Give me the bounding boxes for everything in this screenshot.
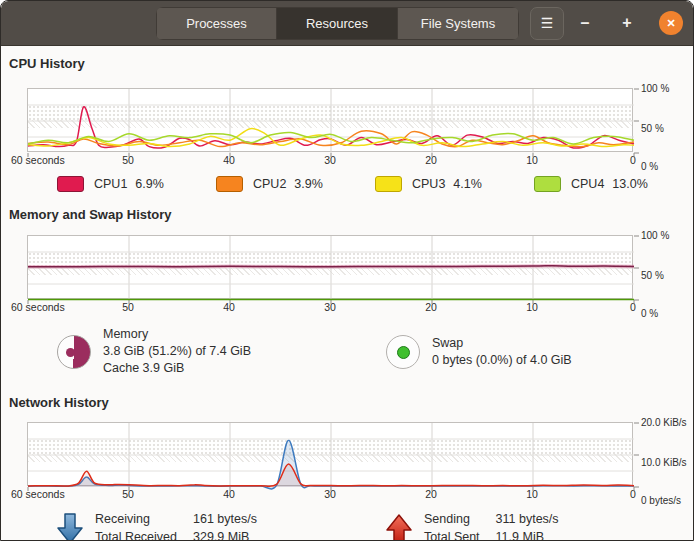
cpu-chart-svg	[28, 89, 634, 153]
total-sent-label: Total Sent	[424, 529, 480, 541]
cpu-ylabel-100: 100 %	[641, 83, 669, 94]
system-monitor-window: Processes Resources File Systems ☰ – + ✕…	[0, 0, 694, 541]
memory-xlabel-0: 0	[630, 301, 636, 313]
cpu1-label: CPU1	[94, 177, 127, 191]
memory-usage: 3.8 GiB (51.2%) of 7.4 GiB	[103, 343, 251, 360]
header-bar: Processes Resources File Systems ☰ – + ✕	[1, 1, 693, 46]
tab-resources[interactable]: Resources	[277, 7, 398, 40]
memory-xlabel-10: 10	[526, 301, 538, 313]
cpu2-value: 3.9%	[294, 177, 323, 191]
cpu2-label: CPU2	[253, 177, 286, 191]
network-plot-area	[27, 422, 633, 486]
memory-xlabel-50: 50	[122, 301, 134, 313]
cpu-xlabel-10: 10	[526, 154, 538, 166]
cpu1-color-swatch	[57, 176, 84, 192]
cpu-chart: 100 % 50 % 0 % 60 seconds 50 40 30 20 10…	[27, 88, 633, 167]
network-xlabel-40: 40	[223, 488, 235, 500]
swap-usage: 0 bytes (0.0%) of 4.0 GiB	[432, 352, 572, 369]
cpu2-legend-item[interactable]: CPU2 3.9%	[216, 176, 375, 192]
cpu3-value: 4.1%	[453, 177, 482, 191]
cpu-xaxis: 60 seconds 50 40 30 20 10 0	[27, 154, 633, 167]
tab-file-systems[interactable]: File Systems	[398, 7, 519, 40]
cpu-xlabel-60s: 60 seconds	[11, 154, 65, 166]
memory-cache: Cache 3.9 GiB	[103, 360, 251, 377]
memory-ylabel-50: 50 %	[641, 269, 664, 280]
memory-history-title: Memory and Swap History	[9, 207, 693, 222]
network-chart-svg	[28, 423, 634, 487]
memory-xlabel-20: 20	[425, 301, 437, 313]
cpu4-label: CPU4	[571, 177, 604, 191]
network-xlabel-50: 50	[122, 488, 134, 500]
network-chart: 20.0 KiB/s 10.0 KiB/s 0 bytes/s 60 secon…	[27, 422, 633, 501]
memory-legend-item[interactable]: Memory 3.8 GiB (51.2%) of 7.4 GiB Cache …	[57, 326, 386, 377]
maximize-button[interactable]: +	[617, 14, 637, 32]
tab-processes[interactable]: Processes	[156, 7, 277, 40]
swap-label: Swap	[432, 335, 572, 352]
hamburger-icon: ☰	[541, 15, 554, 31]
cpu2-color-swatch	[216, 176, 243, 192]
window-controls: – + ✕	[575, 11, 683, 35]
swap-legend-item[interactable]: Swap 0 bytes (0.0%) of 4.0 GiB	[386, 326, 572, 377]
memory-legend: Memory 3.8 GiB (51.2%) of 7.4 GiB Cache …	[57, 326, 693, 377]
network-xaxis: 60 seconds 50 40 30 20 10 0	[27, 488, 633, 501]
cpu1-value: 6.9%	[135, 177, 164, 191]
network-xlabel-10: 10	[526, 488, 538, 500]
memory-xlabel-40: 40	[223, 301, 235, 313]
memory-chart-svg	[28, 236, 634, 300]
receiving-label: Receiving	[95, 511, 177, 528]
receiving-down-arrow-icon	[57, 513, 83, 541]
cpu-xlabel-0: 0	[630, 154, 636, 166]
cpu-xlabel-30: 30	[324, 154, 336, 166]
cpu-history-title: CPU History	[9, 46, 693, 71]
memory-pie-icon	[57, 335, 91, 369]
network-ylabel-0: 0 bytes/s	[641, 495, 681, 506]
network-ylabel-10: 10.0 KiB/s	[641, 456, 687, 467]
network-xlabel-30: 30	[324, 488, 336, 500]
network-ylabel-20: 20.0 KiB/s	[641, 417, 687, 428]
cpu-ylabel-0: 0 %	[641, 161, 658, 172]
memory-ylabel-100: 100 %	[641, 230, 669, 241]
sending-legend-item[interactable]: Sending 311 bytes/s Total Sent 11.9 MiB	[386, 511, 559, 541]
receiving-legend-item[interactable]: Receiving 161 bytes/s Total Received 329…	[57, 511, 386, 541]
cpu3-label: CPU3	[412, 177, 445, 191]
sending-label: Sending	[424, 511, 480, 528]
memory-ylabel-0: 0 %	[641, 308, 658, 319]
cpu-xlabel-20: 20	[425, 154, 437, 166]
memory-label: Memory	[103, 326, 251, 343]
cpu4-legend-item[interactable]: CPU4 13.0%	[534, 176, 693, 192]
sending-up-arrow-icon	[386, 513, 412, 541]
cpu4-color-swatch	[534, 176, 561, 192]
receiving-rate: 161 bytes/s	[193, 511, 257, 528]
memory-xaxis: 60 seconds 50 40 30 20 10 0	[27, 301, 633, 314]
cpu1-legend-item[interactable]: CPU1 6.9%	[57, 176, 216, 192]
tab-group: Processes Resources File Systems	[156, 7, 519, 40]
total-received-label: Total Received	[95, 529, 177, 541]
network-xlabel-60s: 60 seconds	[11, 488, 65, 500]
swap-pie-icon	[386, 335, 420, 369]
cpu-plot-area	[27, 88, 633, 152]
cpu3-legend-item[interactable]: CPU3 4.1%	[375, 176, 534, 192]
total-sent-value: 11.9 MiB	[496, 529, 559, 541]
cpu-xlabel-50: 50	[122, 154, 134, 166]
network-xlabel-20: 20	[425, 488, 437, 500]
memory-xlabel-60s: 60 seconds	[11, 301, 65, 313]
hamburger-menu-button[interactable]: ☰	[530, 7, 564, 40]
memory-plot-area	[27, 235, 633, 299]
minimize-button[interactable]: –	[575, 14, 595, 32]
close-button[interactable]: ✕	[659, 11, 683, 35]
memory-chart: 100 % 50 % 0 % 60 seconds 50 40 30 20 10…	[27, 235, 633, 314]
cpu-legend: CPU1 6.9% CPU2 3.9% CPU3 4.1% CPU4 13.0%	[57, 176, 693, 192]
memory-xlabel-30: 30	[324, 301, 336, 313]
network-history-title: Network History	[9, 395, 693, 410]
cpu-xlabel-40: 40	[223, 154, 235, 166]
close-icon: ✕	[666, 17, 675, 30]
sending-rate: 311 bytes/s	[496, 511, 559, 528]
network-legend: Receiving 161 bytes/s Total Received 329…	[57, 511, 693, 541]
network-xlabel-0: 0	[630, 488, 636, 500]
cpu3-color-swatch	[375, 176, 402, 192]
total-received-value: 329.9 MiB	[193, 529, 257, 541]
cpu4-value: 13.0%	[612, 177, 647, 191]
cpu-ylabel-50: 50 %	[641, 122, 664, 133]
